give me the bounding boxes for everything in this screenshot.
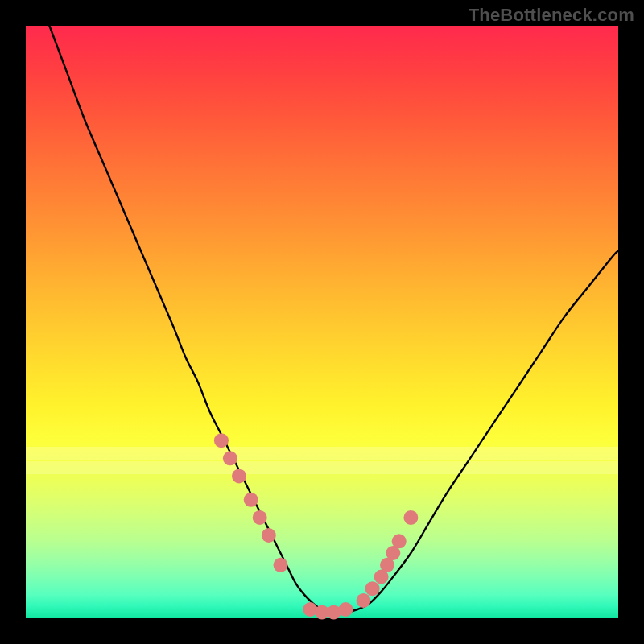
marker-dot — [392, 534, 407, 548]
curve-markers — [214, 433, 419, 619]
marker-dot — [244, 493, 258, 507]
marker-dot — [223, 451, 237, 465]
bottleneck-curve — [49, 26, 618, 613]
watermark-text: TheBottleneck.com — [469, 5, 634, 26]
marker-dot — [403, 510, 418, 525]
marker-dot — [262, 528, 276, 543]
marker-dot — [365, 581, 380, 596]
marker-dot — [253, 510, 267, 525]
marker-dot — [274, 558, 288, 572]
chart-frame: TheBottleneck.com — [0, 0, 644, 644]
marker-dot — [357, 593, 371, 608]
curve-svg — [26, 26, 618, 618]
plot-area — [26, 26, 618, 618]
marker-dot — [214, 433, 229, 448]
marker-dot — [232, 469, 246, 483]
marker-dot — [338, 602, 353, 617]
